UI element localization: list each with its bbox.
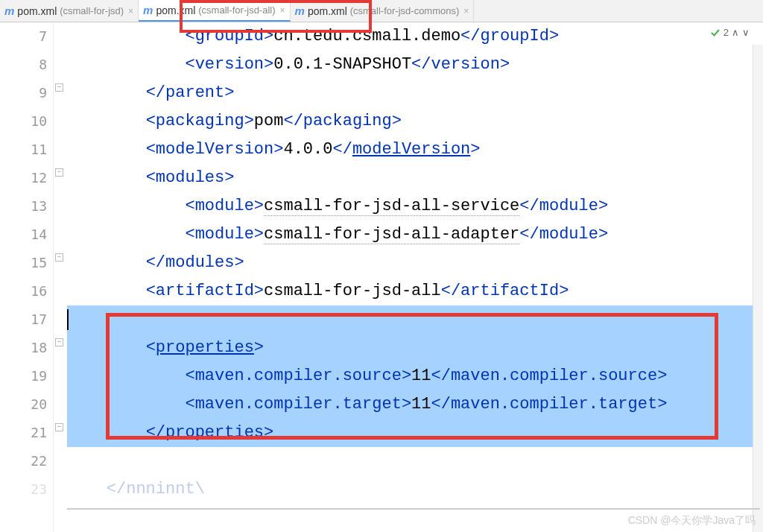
editor-bottom-border — [67, 508, 760, 510]
maven-icon: m — [4, 4, 14, 17]
fold-collapse-icon[interactable]: − — [55, 83, 63, 92]
code-line[interactable]: <packaging>pom</packaging> — [67, 107, 763, 136]
line-number: 8 — [0, 51, 53, 79]
line-number: 15 — [0, 249, 53, 277]
editor-tabs: m pom.xml (csmall-for-jsd) × m pom.xml (… — [0, 0, 763, 22]
fold-collapse-icon[interactable]: − — [55, 253, 63, 262]
line-number: 13 — [0, 192, 53, 221]
annotation-highlight-code — [106, 313, 718, 440]
close-icon[interactable]: × — [463, 6, 469, 16]
maven-icon: m — [143, 4, 153, 16]
line-number: 19 — [0, 362, 53, 390]
code-editor[interactable]: <groupId>cn.tedu.csmall.demo</groupId> <… — [67, 22, 763, 532]
fold-gutter: − − − − − — [54, 22, 67, 532]
line-number: 17 — [0, 305, 53, 334]
code-line[interactable]: <modules> — [67, 164, 763, 192]
line-number: 12 — [0, 164, 53, 192]
code-line[interactable]: <modelVersion>4.0.0</modelVersion> — [67, 136, 763, 164]
code-line[interactable]: <module>csmall-for-jsd-all-service</modu… — [67, 192, 763, 221]
code-line[interactable] — [67, 447, 763, 475]
modelversion-link[interactable]: modelVersion — [352, 140, 470, 159]
code-line[interactable]: <groupId>cn.tedu.csmall.demo</groupId> — [67, 22, 763, 51]
line-number-gutter: 7 8 9 10 11 12 13 14 15 16 17 18 19 20 2… — [0, 22, 54, 532]
line-number: 23 — [0, 475, 53, 504]
fold-expand-icon[interactable]: − — [55, 338, 63, 346]
line-number: 10 — [0, 107, 53, 136]
text-caret — [67, 309, 69, 330]
code-line[interactable]: <module>csmall-for-jsd-all-adapter</modu… — [67, 221, 763, 249]
fold-collapse-icon[interactable]: − — [55, 423, 63, 431]
tab-pom-csmall-for-jsd[interactable]: m pom.xml (csmall-for-jsd) × — [0, 0, 139, 22]
annotation-highlight-tab — [180, 0, 372, 33]
tab-qualifier: (csmall-for-jsd) — [60, 5, 124, 16]
fold-expand-icon[interactable]: − — [55, 168, 63, 177]
line-number: 16 — [0, 277, 53, 305]
line-number: 18 — [0, 334, 53, 362]
close-icon[interactable]: × — [128, 6, 133, 16]
line-number: 21 — [0, 419, 53, 447]
line-number: 22 — [0, 447, 53, 475]
code-line[interactable]: </parent> — [67, 79, 763, 107]
line-number: 11 — [0, 136, 53, 164]
code-line[interactable]: <artifactId>csmall-for-jsd-all</artifact… — [67, 277, 763, 305]
code-line[interactable]: <version>0.0.1-SNAPSHOT</version> — [67, 51, 763, 79]
error-stripe[interactable] — [753, 45, 763, 532]
line-number: 7 — [0, 22, 53, 51]
watermark-text: CSDN @今天你学Java了吗 — [628, 514, 756, 528]
tab-filename: pom.xml — [17, 5, 57, 17]
code-line[interactable]: </modules> — [67, 249, 763, 277]
line-number: 20 — [0, 390, 53, 419]
code-line[interactable]: </nnninnt\ — [67, 475, 763, 504]
line-number: 14 — [0, 221, 53, 249]
line-number: 9 — [0, 79, 53, 107]
